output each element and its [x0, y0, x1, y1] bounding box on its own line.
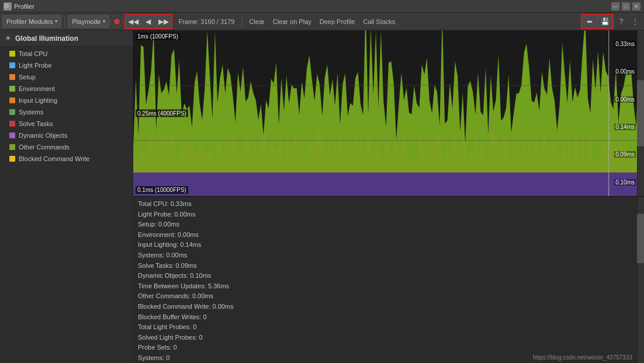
chart-scrollbar[interactable] — [637, 30, 644, 196]
record-dot — [114, 19, 120, 25]
chart-value-1: 0.00ms — [614, 68, 636, 75]
color-indicator — [9, 144, 15, 150]
chart-value-4: 0.09ms — [614, 151, 636, 158]
toolbar: Profiler Modules ▾ Playmode ▾ ◀◀ ◀ ▶▶ Fr… — [0, 13, 644, 30]
sidebar-item-label: Dynamic Objects — [19, 132, 67, 139]
color-indicator — [9, 121, 15, 127]
sidebar-item-label: Input Lighting — [19, 97, 57, 104]
sidebar-item-environment[interactable]: Environment — [0, 83, 133, 95]
sidebar-item-blocked-command-write[interactable]: Blocked Command Write — [0, 153, 133, 165]
title-bar-title: Profiler — [14, 3, 34, 10]
sidebar-item-total-cpu[interactable]: Total CPU — [0, 48, 133, 60]
sidebar-item-label: Light Probe — [19, 62, 51, 69]
playmode-dropdown[interactable]: Playmode ▾ — [68, 15, 109, 28]
color-indicator — [9, 109, 15, 115]
sidebar-item-other-commands[interactable]: Other Commands — [0, 141, 133, 153]
profiler-chart — [133, 30, 644, 196]
color-indicator — [9, 51, 15, 57]
step-prev-button[interactable]: ◀ — [141, 15, 156, 28]
sidebar-item-light-probe[interactable]: Light Probe — [0, 60, 133, 71]
playmode-arrow: ▾ — [103, 19, 105, 24]
sidebar-item-input-lighting[interactable]: Input Lighting — [0, 95, 133, 106]
stats-scrollbar[interactable] — [637, 197, 644, 363]
color-indicator — [9, 97, 15, 103]
chart-value-3: 0.14ms — [614, 124, 636, 130]
sidebar-item-label: Solve Tasks — [19, 120, 53, 127]
sidebar-item-label: Total CPU — [19, 50, 48, 57]
stats-area: Total CPU: 0.33ms Light Probe: 0.00ms Se… — [133, 197, 644, 363]
sidebar-item-label: Environment — [19, 85, 55, 92]
chart-values: 0.33ms0.00ms0.00ms0.14ms0.09ms0.10ms — [614, 30, 636, 196]
deep-profile-button[interactable]: Deep Profile — [316, 15, 359, 28]
title-bar-icon: ⚙ — [4, 2, 12, 11]
step-first-button[interactable]: ◀◀ — [126, 15, 141, 28]
nav-group: ◀◀ ◀ ▶▶ — [124, 14, 172, 29]
color-indicator — [9, 74, 15, 80]
sidebar-item-dynamic-objects[interactable]: Dynamic Objects — [0, 130, 133, 141]
chart-area[interactable]: 1ms (1000FPS) 0.25ms (4000FPS) 0.1ms (10… — [133, 30, 644, 197]
chart-value-0: 0.33ms — [614, 41, 636, 47]
profiler-modules-arrow: ▾ — [55, 19, 57, 24]
global-illumination-icon: ☀ — [5, 34, 12, 43]
playmode-label: Playmode — [72, 18, 101, 25]
save-button[interactable]: 💾 — [597, 15, 612, 28]
more-button[interactable]: ⋮ — [629, 15, 642, 28]
main-area: ☀ Global Illumination Total CPULight Pro… — [0, 30, 644, 363]
help-button[interactable]: ? — [615, 15, 628, 28]
chart-value-2: 0.00ms — [614, 96, 636, 103]
stats-text: Total CPU: 0.33ms Light Probe: 0.00ms Se… — [138, 199, 639, 363]
sidebar-item-systems[interactable]: Systems — [0, 106, 133, 118]
clear-play-button[interactable]: Clear on Play — [269, 15, 315, 28]
sidebar-item-label: Blocked Command Write — [19, 155, 89, 162]
right-icon-group: ⬅ 💾 — [581, 14, 614, 29]
maximize-button[interactable]: □ — [622, 2, 630, 11]
step-next-button[interactable]: ▶▶ — [156, 15, 171, 28]
title-bar: ⚙ Profiler — □ ✕ — [0, 0, 644, 13]
color-indicator — [9, 86, 15, 92]
profiler-modules-label: Profiler Modules — [6, 18, 53, 25]
minimize-button[interactable]: — — [611, 2, 619, 11]
sidebar-item-setup[interactable]: Setup — [0, 71, 133, 83]
sidebar-header-title: Global Illumination — [15, 34, 78, 43]
chart-scrollbar-handle[interactable] — [637, 80, 644, 146]
color-indicator — [9, 132, 15, 138]
color-indicator — [9, 156, 15, 162]
chart-label-top: 1ms (1000FPS) — [136, 33, 180, 40]
load-button[interactable]: ⬅ — [582, 15, 597, 28]
chart-label-mid: 0.25ms (4000FPS) — [136, 110, 188, 117]
stats-scrollbar-handle[interactable] — [637, 214, 644, 264]
record-button[interactable] — [110, 15, 123, 28]
profiler-modules-dropdown[interactable]: Profiler Modules ▾ — [2, 15, 61, 28]
sidebar-item-solve-tasks[interactable]: Solve Tasks — [0, 118, 133, 130]
separator-2 — [242, 16, 243, 27]
chart-label-bot: 0.1ms (10000FPS) — [136, 186, 188, 194]
right-content: 1ms (1000FPS) 0.25ms (4000FPS) 0.1ms (10… — [133, 30, 644, 363]
sidebar-item-label: Systems — [19, 109, 43, 116]
frame-info: Frame: 3160 / 3179 — [174, 18, 239, 25]
color-indicator — [9, 62, 15, 68]
close-button[interactable]: ✕ — [632, 2, 640, 11]
sidebar-header: ☀ Global Illumination — [0, 30, 133, 47]
chart-value-5: 0.10ms — [614, 179, 636, 186]
title-bar-controls: — □ ✕ — [611, 2, 640, 11]
sidebar-item-label: Other Commands — [19, 144, 70, 151]
sidebar-item-label: Setup — [19, 74, 36, 81]
sidebar: ☀ Global Illumination Total CPULight Pro… — [0, 30, 133, 363]
sidebar-items: Total CPULight ProbeSetupEnvironmentInpu… — [0, 47, 133, 363]
watermark: https://blog.csdn.net/weixin_43757333 — [533, 354, 632, 361]
separator-1 — [64, 16, 65, 27]
call-stacks-button[interactable]: Call Stacks — [359, 15, 399, 28]
clear-button[interactable]: Clear — [245, 15, 268, 28]
